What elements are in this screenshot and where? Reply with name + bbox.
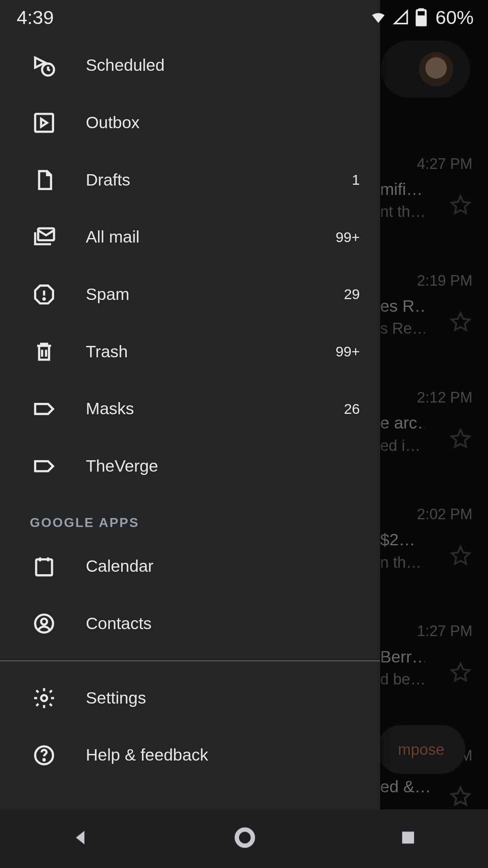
nav-item-contacts[interactable]: Contacts: [0, 595, 380, 652]
label-icon: [32, 454, 56, 478]
nav-label: Spam: [86, 285, 344, 304]
nav-count: 29: [344, 286, 360, 303]
gear-icon: [32, 686, 56, 710]
label-icon: [32, 397, 56, 421]
battery-percent: 60%: [436, 6, 474, 28]
divider: [0, 660, 380, 661]
nav-label: Help & feedback: [86, 746, 360, 765]
svg-rect-11: [419, 9, 423, 10]
recents-button[interactable]: [399, 829, 417, 849]
clock: 4:39: [17, 6, 54, 28]
nav-item-all-mail[interactable]: All mail 99+: [0, 209, 380, 266]
nav-item-scheduled[interactable]: Scheduled: [0, 37, 380, 94]
home-button[interactable]: [233, 826, 257, 852]
all-mail-icon: [32, 225, 56, 249]
outbox-icon: [32, 111, 56, 135]
svg-rect-15: [402, 832, 414, 844]
section-header-google-apps: GOOGLE APPS: [0, 495, 380, 538]
nav-label: Settings: [86, 689, 360, 708]
navigation-drawer: Scheduled Outbox Drafts 1 All mail 99+: [0, 0, 380, 868]
svg-point-14: [238, 831, 252, 844]
svg-point-6: [41, 619, 47, 625]
back-button[interactable]: [71, 827, 92, 850]
nav-label: Contacts: [86, 614, 360, 633]
nav-item-drafts[interactable]: Drafts 1: [0, 151, 380, 209]
help-icon: [32, 743, 56, 767]
wifi-icon: [370, 9, 387, 26]
nav-item-settings[interactable]: Settings: [0, 669, 380, 727]
nav-label: All mail: [86, 228, 336, 247]
nav-item-label-theverge[interactable]: TheVerge: [0, 437, 380, 495]
nav-item-trash[interactable]: Trash 99+: [0, 323, 380, 380]
calendar-icon: [32, 554, 56, 578]
drafts-icon: [32, 168, 56, 192]
nav-count: 1: [352, 172, 360, 188]
nav-label: Scheduled: [86, 56, 360, 75]
nav-label: TheVerge: [86, 457, 360, 476]
nav-count: 99+: [336, 343, 360, 360]
svg-rect-12: [417, 16, 426, 25]
system-navbar: [0, 809, 488, 868]
svg-point-7: [41, 695, 47, 701]
nav-item-spam[interactable]: Spam 29: [0, 266, 380, 323]
nav-item-label-masks[interactable]: Masks 26: [0, 380, 380, 438]
nav-label: Calendar: [86, 557, 360, 576]
spam-icon: [32, 282, 56, 306]
battery-icon: [415, 9, 427, 26]
nav-label: Masks: [86, 400, 344, 419]
svg-point-3: [44, 298, 45, 300]
nav-item-outbox[interactable]: Outbox: [0, 94, 380, 151]
nav-label: Drafts: [86, 171, 352, 190]
nav-count: 26: [344, 400, 360, 417]
nav-count: 99+: [336, 229, 360, 246]
trash-icon: [32, 340, 56, 364]
status-bar: 4:39 60%: [0, 0, 488, 35]
nav-label: Trash: [86, 342, 336, 361]
svg-point-9: [44, 759, 45, 760]
scheduled-icon: [32, 54, 56, 78]
svg-rect-4: [36, 560, 52, 575]
contacts-icon: [32, 612, 56, 636]
cell-signal-icon: [392, 9, 409, 26]
nav-item-help[interactable]: Help & feedback: [0, 727, 380, 784]
svg-rect-1: [35, 114, 53, 132]
nav-item-calendar[interactable]: Calendar: [0, 538, 380, 595]
nav-label: Outbox: [86, 113, 360, 132]
